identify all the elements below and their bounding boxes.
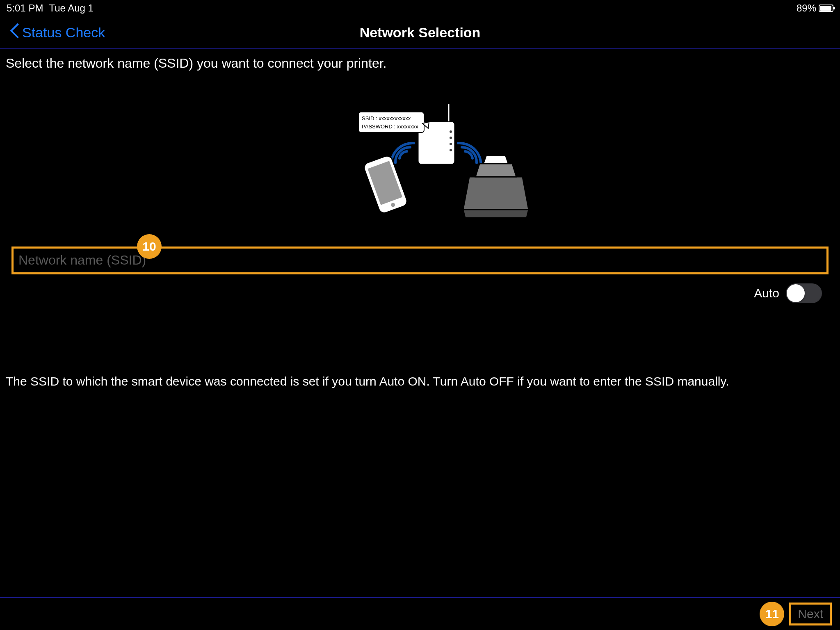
content-area: Select the network name (SSID) you want … [0,49,840,597]
toggle-knob-icon [787,284,805,302]
back-label: Status Check [22,25,105,41]
svg-point-5 [450,149,452,151]
battery-percent: 89% [797,2,816,14]
back-button[interactable]: Status Check [12,25,105,41]
svg-point-4 [450,143,452,145]
auto-toggle[interactable] [786,283,822,303]
svg-point-2 [450,130,452,133]
auto-toggle-row: Auto [6,274,834,303]
ssid-field-wrap: 10 [6,247,834,274]
svg-point-3 [450,137,452,139]
status-date: Tue Aug 1 [49,2,94,14]
ssid-input[interactable] [11,247,829,274]
callout-badge-10: 10 [137,234,162,259]
footer-bar: 11 Next [0,597,840,630]
svg-rect-10 [368,161,402,205]
auto-label: Auto [754,286,779,300]
callout-badge-11: 11 [760,602,784,626]
instruction-text: Select the network name (SSID) you want … [6,49,834,74]
svg-text:SSID : xxxxxxxxxxxx: SSID : xxxxxxxxxxxx [362,115,411,121]
status-bar: 5:01 PM Tue Aug 1 89% [0,0,840,16]
network-illustration: SSID : xxxxxxxxxxxx PASSWORD : xxxxxxxx [305,99,535,222]
page-title: Network Selection [360,25,481,41]
nav-bar: Status Check Network Selection [0,16,840,49]
svg-text:PASSWORD : xxxxxxxx: PASSWORD : xxxxxxxx [362,123,418,130]
battery-icon [819,5,833,12]
status-time: 5:01 PM [7,2,43,14]
chevron-left-icon [12,25,21,39]
next-button[interactable]: Next [789,603,832,625]
instruction-text-2: The SSID to which the smart device was c… [6,303,834,390]
